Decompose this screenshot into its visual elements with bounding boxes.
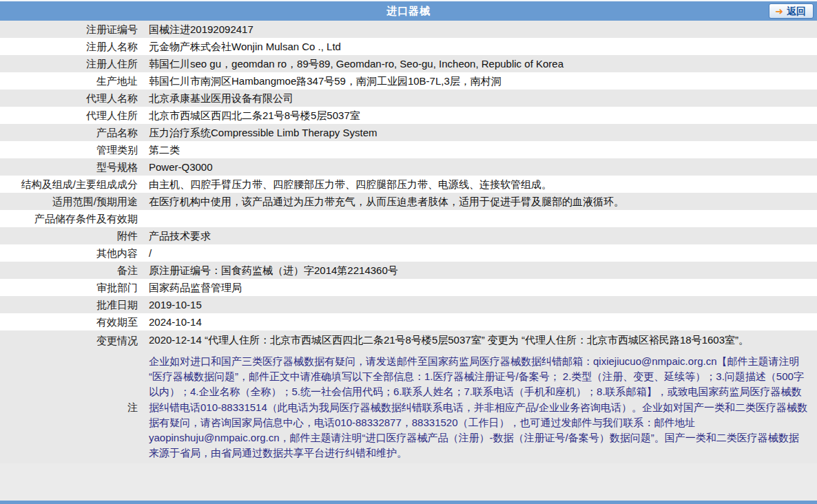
note-text: 企业如对进口和国产三类医疗器械数据有疑问，请发送邮件至国家药监局医疗器械数据纠错…: [143, 354, 817, 461]
back-button-label: 返回: [787, 6, 806, 16]
row-value: [143, 210, 817, 227]
row-value: 由主机、四腔手臂压力带、四腔腰部压力带、四腔腿部压力带、电源线、连接软管组成。: [143, 176, 817, 193]
page: 进口器械 ➜ 返回 注册证编号国械注进20192092417注册人名称元金物产株…: [0, 0, 817, 504]
row-value: 第二类: [143, 141, 817, 158]
table-row: 代理人住所北京市西城区西四北二条21号8号楼5层5037室: [0, 107, 817, 124]
row-label: 型号规格: [0, 158, 143, 176]
row-label: 注册人住所: [0, 55, 143, 72]
row-label: 附件: [0, 227, 143, 244]
row-value: 产品技术要求: [143, 227, 817, 244]
footer-bar: [0, 501, 817, 504]
table-row: 注册人名称元金物产株式会社Wonjin Mulsan Co ., Ltd: [0, 38, 817, 55]
row-value: 原注册证编号：国食药监械（进）字2014第2214360号: [143, 262, 817, 279]
table-row: 有效期至2024-10-14: [0, 313, 817, 330]
row-value: 国家药品监督管理局: [143, 279, 817, 296]
row-label: 批准日期: [0, 296, 143, 313]
table-row: 管理类别第二类: [0, 141, 817, 158]
row-label: 注册证编号: [0, 21, 143, 38]
row-label: 产品名称: [0, 124, 143, 141]
row-label: 代理人名称: [0, 90, 143, 107]
table-row: 附件产品技术要求: [0, 227, 817, 244]
table-row: 产品名称压力治疗系统Compressible Limb Therapy Syst…: [0, 124, 817, 141]
table-row: 备注原注册证编号：国食药监械（进）字2014第2214360号: [0, 262, 817, 279]
table-row: 生产地址韩国仁川市南洞区Hambangmoe路347号59，南洞工业园10B-7…: [0, 72, 817, 90]
row-value: 北京市西城区西四北二条21号8号楼5层5037室: [143, 107, 817, 124]
row-label: 适用范围/预期用途: [0, 193, 143, 210]
page-title: 进口器械: [386, 5, 431, 18]
row-value: 韩国仁川seo gu，geomdan ro，89号89, Geomdan-ro,…: [143, 55, 817, 72]
row-label: 注: [0, 354, 143, 461]
back-button[interactable]: ➜ 返回: [769, 3, 814, 19]
row-label: 管理类别: [0, 141, 143, 158]
back-arrow-icon: ➜: [775, 6, 783, 16]
note-row: 注 企业如对进口和国产三类医疗器械数据有疑问，请发送邮件至国家药监局医疗器械数据…: [0, 350, 817, 463]
title-bar: 进口器械 ➜ 返回: [0, 0, 817, 21]
row-label: 结构及组成/主要组成成分: [0, 176, 143, 193]
row-value: 国械注进20192092417: [143, 21, 817, 38]
row-label: 注册人名称: [0, 38, 143, 55]
row-label: 其他内容: [0, 244, 143, 262]
row-label: 产品储存条件及有效期: [0, 210, 143, 227]
table-row: 代理人名称北京承康基业医用设备有限公司: [0, 90, 817, 107]
table-row: 注册人住所韩国仁川seo gu，geomdan ro，89号89, Geomda…: [0, 55, 817, 72]
row-label: 生产地址: [0, 72, 143, 90]
table-row: 注册证编号国械注进20192092417: [0, 21, 817, 38]
row-value: Power-Q3000: [143, 158, 817, 176]
row-value: 北京承康基业医用设备有限公司: [143, 90, 817, 107]
row-label: 备注: [0, 262, 143, 279]
row-value: 在医疗机构中使用，该产品通过为压力带充气，从而压迫患者肢体，适用于促进手臂及腿部…: [143, 193, 817, 210]
row-value: 韩国仁川市南洞区Hambangmoe路347号59，南洞工业园10B-7L,3层…: [143, 72, 817, 90]
row-value: 2019-10-15: [143, 296, 817, 313]
table-row: 型号规格Power-Q3000: [0, 158, 817, 176]
table-row: 批准日期2019-10-15: [0, 296, 817, 313]
table-row: 结构及组成/主要组成成分由主机、四腔手臂压力带、四腔腰部压力带、四腔腿部压力带、…: [0, 176, 817, 193]
table-row: 适用范围/预期用途在医疗机构中使用，该产品通过为压力带充气，从而压迫患者肢体，适…: [0, 193, 817, 210]
row-value: 元金物产株式会社Wonjin Mulsan Co ., Ltd: [143, 38, 817, 55]
row-value: 2024-10-14: [143, 313, 817, 330]
row-label: 变更情况: [0, 332, 143, 349]
row-value: 2020-12-14 “代理人住所：北京市西城区西四北二条21号8号楼5层503…: [143, 332, 817, 349]
row-label: 代理人住所: [0, 107, 143, 124]
table-row: 审批部门国家药品监督管理局: [0, 279, 817, 296]
table-row: 变更情况2020-12-14 “代理人住所：北京市西城区西四北二条21号8号楼5…: [0, 330, 817, 350]
row-value: 压力治疗系统Compressible Limb Therapy System: [143, 124, 817, 141]
row-label: 审批部门: [0, 279, 143, 296]
row-label: 有效期至: [0, 313, 143, 330]
detail-table: 注册证编号国械注进20192092417注册人名称元金物产株式会社Wonjin …: [0, 21, 817, 350]
table-row: 产品储存条件及有效期: [0, 210, 817, 227]
table-row: 其他内容/: [0, 244, 817, 262]
row-value: /: [143, 244, 817, 262]
